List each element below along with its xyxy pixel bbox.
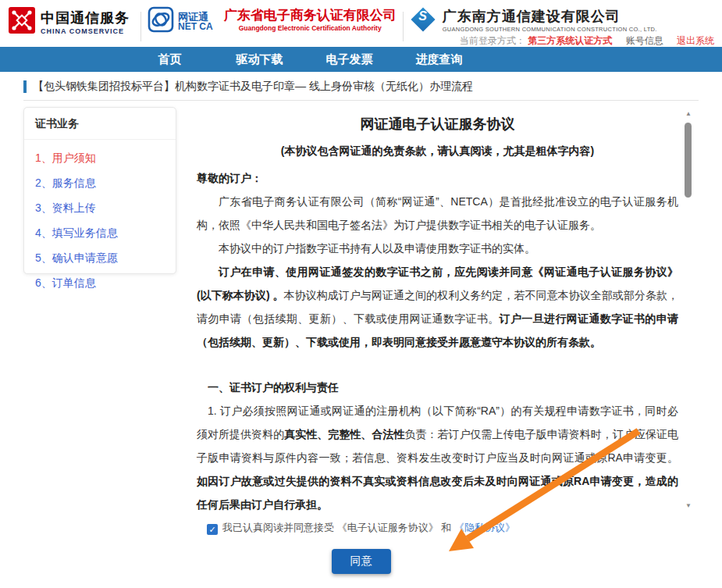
button-row: 同意 [0, 549, 722, 574]
scroll-up-icon[interactable]: ▲ [685, 110, 692, 118]
scrollbar-thumb[interactable] [685, 123, 692, 198]
main-nav-list: 首页驱动下载电子发票进度查询 [125, 52, 484, 67]
logo-netca: 网证通 NET CA [148, 6, 213, 36]
privacy-agreement-link[interactable]: 《隐私协议》 [454, 522, 515, 533]
agreement-panel: 网证通电子认证服务协议 (本协议包含网证通的免责条款，请认真阅读，尤其是粗体字内… [187, 107, 699, 513]
sidebar-cert-steps: 证书业务 1、用户须知2、服务信息3、资料上传4、填写业务信息5、确认申请意愿6… [23, 107, 176, 274]
sidebar-item-1[interactable]: 1、用户须知 [24, 146, 176, 171]
sidebar-item-4[interactable]: 4、填写业务信息 [24, 221, 176, 246]
agreement-paragraph-2: 本协议中的订户指数字证书持有人以及申请使用数字证书的实体。 [197, 237, 678, 260]
southern-title: 广东南方通信建设有限公司 [443, 7, 657, 26]
logo-gdca: 广东省电子商务认证有限公司 Guangdong Electronic Certi… [224, 6, 397, 32]
scrollbar[interactable]: ▲ ▼ [685, 110, 692, 510]
login-method-label: 当前登录方式： [460, 35, 525, 46]
agree-button[interactable]: 同意 [332, 549, 391, 574]
sidebar-item-3[interactable]: 3、资料上传 [24, 196, 176, 221]
scroll-down-icon[interactable]: ▼ [685, 502, 692, 510]
consent-row: ✓我已认真阅读并同意接受 《电子认证服务协议》 和 《隐私协议》 [0, 521, 722, 535]
main-area: 证书业务 1、用户须知2、服务信息3、资料上传4、填写业务信息5、确认申请意愿6… [23, 107, 699, 513]
netca-title: 网证通 [178, 12, 213, 22]
consent-checkbox[interactable]: ✓ [207, 524, 218, 535]
sidebar-item-2[interactable]: 2、服务信息 [24, 171, 176, 196]
sidebar-list: 1、用户须知2、服务信息3、资料上传4、填写业务信息5、确认申请意愿6、订单信息 [24, 140, 176, 296]
breadcrumb-text: 【包头钢铁集团招投标平台】机构数字证书及电子印章— 线上身份审核（无纸化）办理流… [33, 80, 473, 94]
china-comservice-text: 中国通信服务 CHINA COMSERVICE [41, 9, 130, 35]
header-divider [140, 12, 141, 41]
consent-text: 我已认真阅读并同意接受 [222, 522, 334, 533]
breadcrumb: 【包头钢铁集团招投标平台】机构数字证书及电子印章— 线上身份审核（无纸化）办理流… [23, 80, 699, 101]
gdca-subtitle: Guangdong Electronic Certification Autho… [224, 24, 397, 32]
logo-china-comservice: 中国通信服务 CHINA COMSERVICE [8, 6, 130, 37]
nav-item-1[interactable]: 驱动下载 [215, 52, 304, 67]
agreement-paragraph-5: 1. 订户必须按照网证通或网证通的注册机构（以下简称“RA”）的有关规程申请数字… [197, 399, 678, 513]
login-method-value: 第三方系统认证方式 [528, 35, 612, 46]
breadcrumb-accent-bar [23, 80, 27, 93]
agreement-paragraph-4: 一、证书订户的权利与责任 [197, 376, 678, 399]
agreement-body: 尊敬的订户：广东省电子商务认证有限公司（简称“网证通”、NETCA）是首批经批准… [197, 166, 678, 513]
netca-subtitle: NET CA [178, 22, 213, 31]
china-comservice-subtitle: CHINA COMSERVICE [41, 27, 130, 35]
main-navbar: 首页驱动下载电子发票进度查询 [0, 47, 722, 72]
header: 中国通信服务 CHINA COMSERVICE 网证通 NET CA 广东省电子… [0, 0, 722, 47]
southern-subtitle: GUANGDONG SOUTHERN COMMUNICATION CONSTRU… [443, 26, 657, 33]
netca-text: 网证通 NET CA [178, 12, 213, 31]
header-divider-2 [403, 12, 404, 41]
login-info: 当前登录方式： 第三方系统认证方式 账号信息 退出系统 [460, 34, 714, 48]
sidebar-item-6[interactable]: 6、订单信息 [24, 271, 176, 296]
gdca-title: 广东省电子商务认证有限公司 [224, 6, 397, 24]
nav-item-0[interactable]: 首页 [125, 52, 215, 67]
southern-diamond-icon: S [410, 6, 436, 33]
page: 中国通信服务 CHINA COMSERVICE 网证通 NET CA 广东省电子… [0, 0, 722, 588]
netca-icon [148, 6, 174, 36]
logout-link[interactable]: 退出系统 [677, 35, 714, 46]
consent-and-text: 和 [441, 522, 451, 533]
logo-southern: S 广东南方通信建设有限公司 GUANGDONG SOUTHERN COMMUN… [410, 6, 657, 33]
account-info-link[interactable]: 账号信息 [626, 35, 663, 46]
agreement-paragraph-0: 尊敬的订户： [197, 166, 678, 190]
nav-item-3[interactable]: 进度查询 [394, 52, 484, 67]
sidebar-item-5[interactable]: 5、确认申请意愿 [24, 246, 176, 271]
agreement-subtitle: (本协议包含网证通的免责条款，请认真阅读，尤其是粗体字内容) [197, 144, 678, 159]
southern-text: 广东南方通信建设有限公司 GUANGDONG SOUTHERN COMMUNIC… [443, 7, 657, 33]
china-comservice-icon [8, 6, 36, 37]
agreement-scroll-area[interactable]: 网证通电子认证服务协议 (本协议包含网证通的免责条款，请认真阅读，尤其是粗体字内… [187, 107, 678, 513]
china-comservice-title: 中国通信服务 [41, 9, 130, 27]
nav-item-2[interactable]: 电子发票 [304, 52, 394, 67]
agreement-title: 网证通电子认证服务协议 [197, 115, 678, 134]
service-agreement-link[interactable]: 《电子认证服务协议》 [337, 522, 439, 533]
sidebar-title: 证书业务 [24, 117, 176, 140]
agreement-paragraph-3: 订户在申请、使用网证通签发的数字证书之前，应先阅读并同意《网证通电子认证服务协议… [197, 260, 678, 354]
agreement-paragraph-1: 广东省电子商务认证有限公司（简称“网证通”、NETCA）是首批经批准设立的电子认… [197, 190, 678, 237]
